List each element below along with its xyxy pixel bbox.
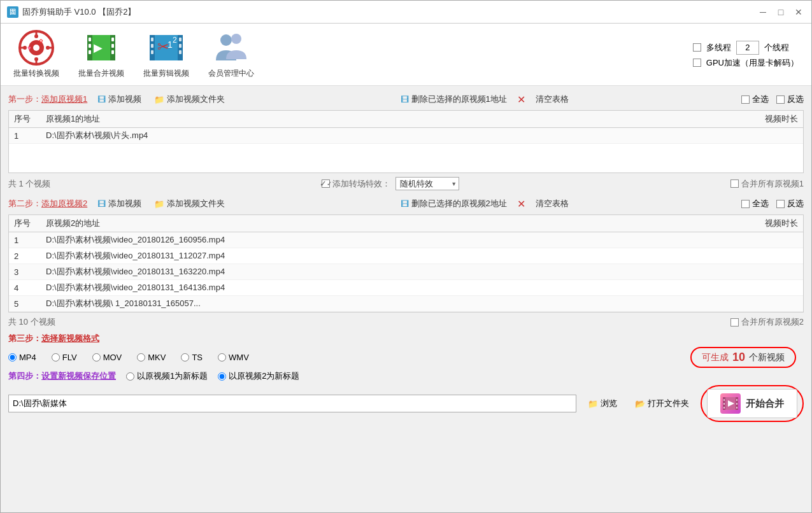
start-merge-box: 开始合并: [701, 385, 804, 422]
step4-path-row: 📁 浏览 📂 打开文件夹: [8, 385, 804, 422]
select-all2-box[interactable]: [741, 200, 750, 208]
gpu-checkbox[interactable]: [693, 59, 701, 67]
app-icon: 固: [7, 6, 18, 18]
add-video1-button[interactable]: 🎞 添加视频: [95, 92, 144, 106]
thread-count-input[interactable]: [736, 41, 759, 55]
radio-mp4[interactable]: [8, 353, 17, 362]
step1-header: 第一步：添加原视频1 🎞 添加视频 📁 添加视频文件夹 🎞 删除已选择的原视频1…: [8, 91, 804, 108]
generate-prefix: 可生成: [702, 352, 729, 363]
table2-header: 序号 原视频2的地址 视频时长: [9, 215, 803, 232]
select-all1-checkbox[interactable]: 全选: [741, 94, 769, 105]
radio-mkv[interactable]: [137, 353, 145, 362]
step4-section: 第四步：设置新视频保存位置 以原视频1为新标题 以原视频2为新标题 📁 浏览: [8, 370, 804, 422]
minimize-button[interactable]: ─: [757, 6, 769, 18]
step4-link[interactable]: 设置新视频保存位置: [41, 371, 116, 381]
batch-merge-button[interactable]: ▶ 批量合并视频: [78, 30, 124, 79]
transition-select[interactable]: 随机特效 无特效 淡入淡出 叠化: [395, 177, 459, 190]
clear-table1-button[interactable]: 清空表格: [533, 92, 571, 106]
radio-wmv[interactable]: [218, 353, 226, 362]
svg-rect-27: [179, 50, 182, 54]
table-row[interactable]: 1 D:\固乔\素材\视频\video_20180126_160956.mp4: [9, 232, 803, 248]
deselect2-checkbox[interactable]: 反选: [776, 198, 804, 209]
batch-convert-button[interactable]: ♥ ✿ 批量转换视频: [13, 30, 59, 79]
transition-checkbox[interactable]: ✓: [322, 179, 330, 188]
video2-summary: 共 10 个视频: [8, 316, 55, 328]
table-row[interactable]: 2 D:\固乔\素材\视频\video_20180131_112027.mp4: [9, 248, 803, 264]
select-all1-box[interactable]: [741, 95, 750, 104]
radio-flv[interactable]: [52, 353, 60, 362]
svg-point-5: [23, 46, 27, 50]
bottom-area: 第三步：选择新视频格式 MP4 FLV MOV MKV: [8, 333, 804, 427]
thread-unit-label: 个线程: [764, 42, 789, 53]
add-video2-button[interactable]: 🎞 添加视频: [95, 197, 144, 211]
step3-label: 第三步：选择新视频格式: [8, 333, 99, 344]
open-folder-icon: 📂: [635, 399, 645, 409]
format-wmv[interactable]: WMV: [218, 353, 249, 362]
step3-link[interactable]: 选择新视频格式: [41, 334, 99, 343]
svg-rect-36: [723, 399, 725, 401]
format-mkv[interactable]: MKV: [137, 353, 166, 362]
title-option2[interactable]: 以原视频2为新标题: [218, 370, 299, 382]
format-mov[interactable]: MOV: [92, 353, 122, 362]
step2-label: 第二步：添加原视频2: [8, 198, 87, 209]
add-folder1-button[interactable]: 📁 添加视频文件夹: [152, 92, 227, 106]
step1-label: 第一步：添加原视频1: [8, 94, 87, 105]
format-ts[interactable]: TS: [181, 353, 203, 362]
start-merge-label: 开始合并: [746, 398, 784, 410]
add-folder2-icon: 📁: [154, 199, 164, 209]
radio-ts[interactable]: [181, 353, 189, 362]
select-all2-checkbox[interactable]: 全选: [741, 198, 769, 209]
col-seq1: 序号: [14, 113, 46, 125]
add-folder2-button[interactable]: 📁 添加视频文件夹: [152, 197, 227, 211]
table-row[interactable]: 4 D:\固乔\素材\视频\video_20180131_164136.mp4: [9, 280, 803, 296]
table2-footer: 共 10 个视频 合并所有原视频2: [8, 315, 804, 329]
browse-icon: 📁: [588, 399, 598, 409]
merge-all1-box[interactable]: [730, 179, 739, 188]
radio-title2[interactable]: [218, 372, 226, 381]
batch-edit-button[interactable]: ✂ 1 2 批量剪辑视频: [143, 30, 189, 79]
format-flv[interactable]: FLV: [52, 353, 77, 362]
table-row[interactable]: 3 D:\固乔\素材\视频\video_20180131_163220.mp4: [9, 264, 803, 280]
delete-video1-button[interactable]: 🎞 删除已选择的原视频1地址: [398, 92, 509, 106]
table-row[interactable]: 1 D:\固乔\素材\视频\片头.mp4: [9, 128, 803, 144]
table1-header: 序号 原视频1的地址 视频时长: [9, 111, 803, 128]
maximize-button[interactable]: □: [774, 6, 787, 18]
video1-summary: 共 1 个视频: [8, 178, 50, 190]
table1-body: 1 D:\固乔\素材\视频\片头.mp4: [9, 128, 803, 172]
start-merge-button[interactable]: 开始合并: [707, 389, 797, 418]
step2-link[interactable]: 添加原视频2: [41, 199, 87, 208]
col-duration2: 视频时长: [722, 218, 798, 229]
title-option1[interactable]: 以原视频1为新标题: [126, 370, 208, 382]
save-path-input[interactable]: [8, 395, 576, 412]
deselect2-box[interactable]: [776, 200, 785, 208]
table-row[interactable]: 5 D:\固乔\素材\视频\ 1_20180131_165057...: [9, 296, 803, 312]
delete-video2-button[interactable]: 🎞 删除已选择的原视频2地址: [398, 197, 509, 211]
deselect1-box[interactable]: [776, 95, 785, 104]
scissors-icon: ✂ 1 2: [148, 30, 184, 66]
svg-rect-17: [111, 50, 114, 54]
radio-title1[interactable]: [126, 372, 134, 381]
member-center-label: 会员管理中心: [208, 68, 254, 79]
format-mp4[interactable]: MP4: [8, 353, 36, 362]
multithread-checkbox[interactable]: [693, 43, 701, 52]
col-path1: 原视频1的地址: [46, 113, 722, 125]
titlebar: 固 固乔剪辑助手 V10.0 【固乔2】 ─ □ ✕: [1, 1, 811, 24]
merge-all2-checkbox[interactable]: 合并所有原视频2: [730, 316, 804, 328]
deselect1-checkbox[interactable]: 反选: [776, 94, 804, 105]
step1-link[interactable]: 添加原视频1: [41, 94, 87, 104]
member-center-button[interactable]: 会员管理中心: [208, 30, 254, 79]
main-content: 第一步：添加原视频1 🎞 添加视频 📁 添加视频文件夹 🎞 删除已选择的原视频1…: [1, 86, 811, 512]
table2-body: 1 D:\固乔\素材\视频\video_20180126_160956.mp4 …: [9, 232, 803, 312]
transition-select-wrapper: 随机特效 无特效 淡入淡出 叠化: [395, 177, 459, 190]
clear-table2-button[interactable]: 清空表格: [533, 197, 571, 211]
svg-rect-40: [736, 403, 737, 405]
browse-button[interactable]: 📁 浏览: [581, 395, 623, 412]
table1-footer: 共 1 个视频 ✓ 添加转场特效： 随机特效 无特效 淡入淡出 叠化: [8, 176, 804, 192]
open-folder-button[interactable]: 📂 打开文件夹: [629, 395, 695, 412]
merge-all2-box[interactable]: [730, 318, 739, 327]
radio-mov[interactable]: [92, 353, 101, 362]
close-button[interactable]: ✕: [792, 6, 805, 18]
start-merge-icon: [720, 393, 741, 414]
merge-all1-checkbox[interactable]: 合并所有原视频1: [730, 178, 804, 190]
add-video2-icon: 🎞: [97, 199, 106, 209]
